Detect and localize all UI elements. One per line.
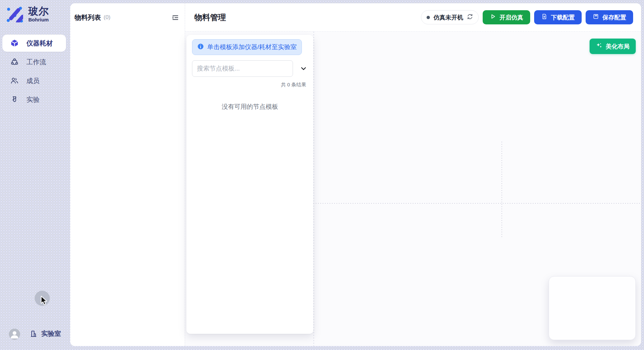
brand-logo: 玻尔 Bohrium [5, 5, 49, 24]
logo-subtitle: Bohrium [28, 17, 49, 22]
collapse-panel-icon[interactable] [172, 14, 179, 21]
panel-column-divider [313, 32, 314, 346]
header-actions: 仿真未开机 [421, 10, 633, 24]
sidebar-item-experiment[interactable]: 实验 [2, 91, 66, 108]
chevron-down-icon[interactable] [299, 64, 308, 73]
save-config-button[interactable]: 保存配置 [586, 10, 633, 24]
template-hint-text: 单击模板添加仪器/耗材至实验室 [207, 43, 297, 51]
sidebar-item-label: 仪器耗材 [26, 39, 53, 48]
sidebar-item-label: 实验 [26, 95, 40, 104]
avatar[interactable] [9, 329, 20, 340]
template-hint-banner: 单击模板添加仪器/耗材至实验室 [192, 39, 302, 55]
main-surface: 物料列表 (0) 物料管理 仿真 [70, 3, 641, 346]
page-header: 物料管理 仿真未开机 [185, 3, 641, 32]
download-config-button[interactable]: 下载配置 [534, 10, 582, 24]
lab-building-icon [29, 329, 38, 338]
sidebar-item-members[interactable]: 成员 [2, 72, 66, 89]
beautify-layout-button[interactable]: 美化布局 [590, 39, 636, 54]
canvas-grid-line-vertical [501, 142, 502, 237]
minimap[interactable] [549, 276, 636, 340]
template-search-row [192, 60, 308, 77]
lab-entry-label: 实验室 [41, 329, 61, 338]
sidebar-item-workflow[interactable]: 工作流 [2, 53, 66, 71]
material-list-header: 物料列表 (0) [70, 3, 185, 32]
refresh-icon[interactable] [467, 14, 473, 21]
file-download-icon [541, 13, 548, 21]
main-column: 物料管理 仿真未开机 [185, 3, 641, 346]
empty-template-text: 没有可用的节点模板 [192, 102, 308, 111]
page-title: 物料管理 [194, 12, 226, 23]
sidebar-footer: 实验室 [0, 328, 70, 341]
canvas-grid-line-horizontal [313, 203, 641, 204]
result-count: 共 0 条结果 [192, 82, 308, 88]
sidebar-item-label: 工作流 [26, 58, 46, 67]
workflow-icon [10, 58, 19, 66]
sidebar-item-instruments[interactable]: 仪器耗材 [2, 35, 66, 52]
material-list-title: 物料列表 [75, 13, 101, 22]
material-list-panel: 物料列表 (0) [70, 3, 185, 346]
info-icon [197, 43, 204, 51]
mouse-cursor [40, 296, 49, 307]
status-label: 仿真未开机 [434, 14, 463, 21]
material-list-count: (0) [104, 14, 111, 21]
experiment-icon [10, 95, 19, 104]
sidebar-nav: 仪器耗材 工作流 [2, 35, 66, 110]
sparkles-icon [596, 42, 602, 50]
template-panel: 单击模板添加仪器/耗材至实验室 共 0 条结果 没有可用的节点模板 [186, 35, 313, 334]
sidebar-item-label: 成员 [26, 76, 40, 85]
search-input[interactable] [192, 60, 293, 77]
status-dot-icon [427, 16, 430, 19]
simulation-status-chip[interactable]: 仿真未开机 [421, 10, 479, 24]
start-simulation-button[interactable]: 开启仿真 [483, 10, 530, 24]
bohrium-logo-icon [5, 5, 23, 24]
app-screen: 玻尔 Bohrium 仪器耗材 [0, 0, 644, 350]
logo-title: 玻尔 [28, 6, 49, 16]
flow-canvas[interactable]: 单击模板添加仪器/耗材至实验室 共 0 条结果 没有可用的节点模板 [185, 32, 641, 346]
members-icon [10, 76, 19, 85]
cube-icon [10, 39, 19, 47]
play-icon [490, 13, 496, 21]
save-icon [593, 13, 599, 21]
lab-entry[interactable]: 实验室 [29, 329, 61, 338]
